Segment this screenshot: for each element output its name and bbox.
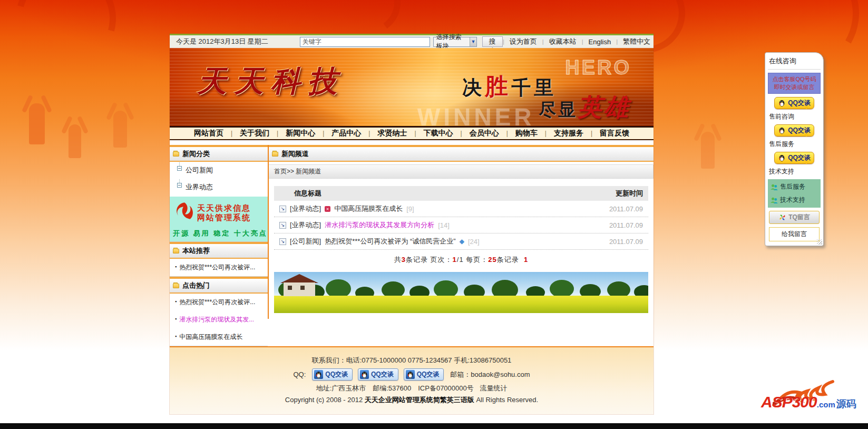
panel-body: 点击客服QQ号码 即时交谈或留言 QQ交谈售前咨询QQ交谈售后服务QQ交谈技术支… — [768, 69, 821, 241]
nav-item-1[interactable]: 关于我们 — [240, 129, 269, 138]
pagination-text: 共 — [394, 256, 402, 264]
panel-label: 售后服务 — [768, 140, 794, 149]
site-logo: 天天科技 — [197, 62, 345, 102]
nav-item-7[interactable]: 购物车 — [515, 129, 538, 138]
news-date: 2011.07.09 — [609, 221, 643, 229]
nav-item-2[interactable]: 新闻中心 — [286, 129, 315, 138]
link-separator: | — [616, 38, 618, 45]
folder-icon — [173, 284, 179, 288]
news-row-2: ↘[公司新闻]热烈祝贺***公司再次被评为 “诚信民营企业”◆[24]2011.… — [274, 233, 648, 250]
folder-icon — [173, 152, 179, 157]
footer: 联系我们：电话:0775-1000000 0775-1234567 手机:130… — [170, 346, 654, 414]
top-link-3[interactable]: 繁體中文 — [623, 37, 650, 46]
msn-contact-0[interactable]: 售后服务 — [770, 182, 818, 191]
msn-buddy-icon — [770, 183, 778, 191]
hot-item-0[interactable]: ▪热烈祝贺***公司再次被评... — [170, 294, 268, 311]
search-input[interactable] — [300, 37, 430, 47]
nav-item-8[interactable]: 支持服务 — [554, 129, 583, 138]
qq-penguin-icon — [360, 370, 369, 379]
content-area: 新闻分类 公司新闻业界动态 天天供求信息 网站管理系统 开源 易用 稳定 十大亮… — [170, 140, 654, 346]
gem-icon: ◆ — [460, 238, 464, 245]
arrow-icon: ↘ — [279, 238, 286, 245]
link-separator: | — [542, 38, 544, 45]
sidebar-header-recommend: 本站推荐 — [170, 242, 268, 259]
nav-item-3[interactable]: 产品中心 — [331, 129, 361, 138]
ad-text-line2: 网站管理系统 — [197, 213, 251, 222]
news-row-0: ↘[业界动态]✕中国高压隔膜泵在成长[9]2011.07.09 — [274, 201, 648, 217]
banner-slogan-2: 尽显英雄 — [539, 91, 630, 124]
page-background: 今天是 2012年3月13日 星期二 选择搜索板块 ▼ 搜索 |设为首页|收藏本… — [0, 0, 868, 429]
footer-qq-chat-button-2[interactable]: QQ交谈 — [404, 368, 444, 381]
footer-qq-chat-button-1[interactable]: QQ交谈 — [358, 368, 398, 381]
nav-item-9[interactable]: 留言反馈 — [600, 129, 629, 138]
panel-label: 售前咨询 — [768, 112, 794, 121]
search-section-select[interactable]: 选择搜索板块 ▼ — [433, 37, 477, 47]
page-number-current[interactable]: 1 — [519, 256, 528, 264]
category-item-1[interactable]: 业界动态 — [170, 179, 268, 196]
panel-qq-chat-button-0[interactable]: QQ交谈 — [774, 97, 814, 109]
topbar: 今天是 2012年3月13日 星期二 选择搜索板块 ▼ 搜索 |设为首页|收藏本… — [170, 34, 654, 48]
ad-logo-icon — [173, 201, 195, 225]
address-line: 地址:广西玉林市 邮编:537600 ICP备07000000号 流量统计 — [170, 384, 654, 393]
news-category[interactable]: [业界动态] — [290, 204, 321, 213]
hot-item-2[interactable]: ▪中国高压隔膜泵在成长 — [170, 328, 268, 346]
panel-notice: 点击客服QQ号码 即时交谈或留言 — [768, 73, 821, 94]
banner-hero-text: HERO — [565, 56, 631, 79]
panel-qq-chat-button-1[interactable]: QQ交谈 — [774, 124, 814, 136]
news-category[interactable]: [公司新闻] — [290, 237, 321, 246]
msn-contact-1[interactable]: 技术支持 — [770, 196, 818, 204]
top-link-0[interactable]: 设为首页 — [510, 37, 537, 46]
hot-list: ▪热烈祝贺***公司再次被评...▪潜水排污泵的现状及其发...▪中国高压隔膜泵… — [170, 294, 268, 346]
decorative-swirl — [0, 0, 134, 87]
footer-qq-chat-button-0[interactable]: QQ交谈 — [312, 368, 353, 381]
panel-qq-chat-button-2[interactable]: QQ交谈 — [774, 152, 814, 164]
tq-message-button[interactable]: TQ留言 — [769, 211, 820, 224]
email-text: 邮箱：bodaok@sohu.com — [450, 370, 530, 379]
category-item-0[interactable]: 公司新闻 — [170, 162, 268, 179]
top-link-1[interactable]: 收藏本站 — [549, 37, 577, 46]
current-date: 今天是 2012年3月13日 星期二 — [176, 37, 268, 46]
folder-icon — [173, 249, 179, 253]
news-date: 2011.07.09 — [609, 238, 643, 246]
nav-item-5[interactable]: 下载中心 — [424, 129, 453, 138]
landscape-ad-image[interactable] — [274, 272, 648, 313]
site-container: 今天是 2012年3月13日 星期二 选择搜索板块 ▼ 搜索 |设为首页|收藏本… — [170, 34, 654, 414]
tree-node-icon — [177, 183, 182, 188]
nav-item-0[interactable]: 网站首页 — [194, 129, 223, 138]
pagination-text: 1 — [453, 256, 457, 264]
column-title: 信息标题 — [294, 189, 321, 198]
traffic-stats-link[interactable]: 流量统计 — [480, 384, 507, 392]
breadcrumb[interactable]: 首页>> 新闻频道 — [269, 164, 654, 179]
nav-separator: | — [506, 130, 508, 137]
search-button[interactable]: 搜索 — [482, 36, 503, 47]
news-title-link[interactable]: 潜水排污泵的现状及其发展方向分析 — [325, 220, 434, 230]
nav-separator: | — [277, 130, 278, 137]
nav-separator: | — [545, 130, 547, 137]
leave-message-button[interactable]: 给我留言 — [769, 227, 820, 241]
msn-buddy-icon — [770, 196, 778, 204]
nav-item-4[interactable]: 求贤纳士 — [377, 129, 407, 138]
bullet-icon: ▪ — [175, 315, 177, 323]
chevron-down-icon[interactable]: ▼ — [470, 37, 476, 46]
sidebar-ad-banner[interactable]: 天天供求信息 网站管理系统 开源 易用 稳定 十大亮点 — [170, 197, 268, 242]
recommend-list: ▪热烈祝贺***公司再次被评... — [170, 259, 268, 277]
resize-grip-icon[interactable] — [817, 239, 822, 245]
tq-pinwheel-icon — [778, 213, 786, 221]
nav-item-6[interactable]: 会员中心 — [470, 129, 499, 138]
banner-winner-text: WINNER — [417, 103, 535, 126]
news-category[interactable]: [业界动态] — [290, 220, 321, 230]
qq-label: QQ: — [293, 370, 306, 378]
sidebar-header-categories: 新闻分类 — [170, 145, 268, 162]
news-table: 信息标题 更新时间 ↘[业界动态]✕中国高压隔膜泵在成长[9]2011.07.0… — [274, 186, 648, 267]
crowd-silhouette — [701, 132, 715, 169]
category-tree: 公司新闻业界动态 — [170, 162, 268, 196]
news-date: 2011.07.09 — [609, 205, 643, 213]
hot-item-1[interactable]: ▪潜水排污泵的现状及其发... — [170, 311, 268, 328]
qq-penguin-icon — [778, 99, 786, 107]
online-consult-panel: 在线咨询 点击客服QQ号码 即时交谈或留言 QQ交谈售前咨询QQ交谈售后服务QQ… — [765, 52, 824, 246]
recommend-item-0[interactable]: ▪热烈祝贺***公司再次被评... — [170, 259, 268, 276]
news-title-link[interactable]: 热烈祝贺***公司再次被评为 “诚信民营企业” — [325, 237, 455, 246]
top-link-2[interactable]: English — [589, 38, 611, 46]
news-title-link[interactable]: 中国高压隔膜泵在成长 — [334, 204, 403, 213]
footer-qq-row: QQ: QQ交谈QQ交谈QQ交谈 邮箱：bodaok@sohu.com — [170, 368, 654, 381]
